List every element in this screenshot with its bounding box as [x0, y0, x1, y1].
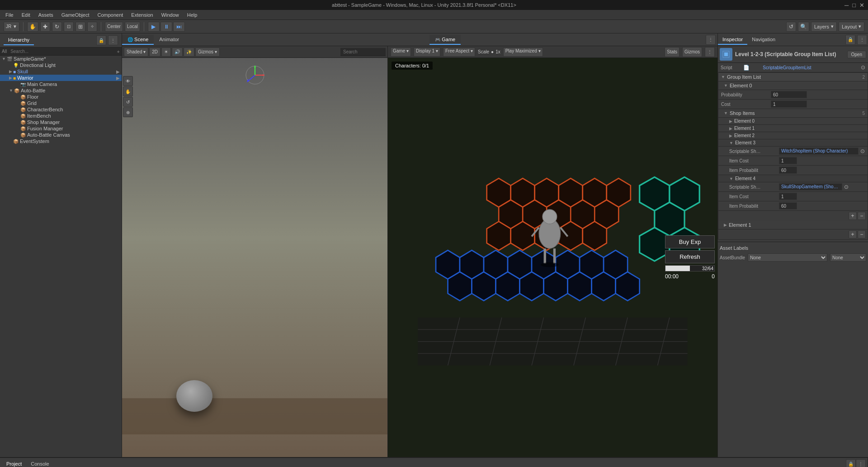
hierarchy-item-floor[interactable]: ▶ 📦 Floor [0, 94, 122, 100]
menu-help[interactable]: Help [184, 11, 201, 19]
cost-input[interactable] [771, 100, 807, 108]
minimize-btn[interactable]: ─ [844, 2, 849, 9]
hierarchy-item-fusionmanager[interactable]: ▶ 📦 Fusion Manager [0, 125, 122, 132]
group-item-add-btn[interactable]: + [849, 230, 857, 238]
asset-bundle-select[interactable]: None [748, 253, 827, 262]
hierarchy-search[interactable] [9, 48, 115, 54]
close-btn[interactable]: ✕ [859, 2, 864, 9]
hierarchy-item-grid[interactable]: ▶ 📦 Grid [0, 100, 122, 106]
search-btn[interactable]: 🔍 [798, 22, 809, 32]
hierarchy-item-maincamera[interactable]: ▶ 📷 Main Camera [0, 81, 122, 87]
hierarchy-item-eventsystem[interactable]: ▶ 📦 EventSystem [0, 138, 122, 144]
scene-zoom-btn[interactable]: ⊕ [123, 107, 133, 117]
rect-tool-btn[interactable]: ⊞ [75, 22, 85, 32]
menu-file[interactable]: File [2, 11, 17, 19]
game-display-num[interactable]: Display 1 ▾ [414, 48, 440, 57]
scene-move-btn[interactable]: ✋ [123, 86, 133, 96]
tab-navigation[interactable]: Navigation [747, 35, 780, 45]
pause-btn[interactable]: ⏸ [160, 22, 172, 32]
tab-inspector[interactable]: Inspector [718, 35, 747, 45]
shop-items-add-btn[interactable]: + [849, 212, 857, 220]
layers-dropdown[interactable]: Layers ▾ [811, 22, 837, 32]
elem3-cost-input[interactable] [779, 157, 797, 164]
hierarchy-item-warrior[interactable]: ▶ ■ Warrior ▶ [0, 75, 122, 81]
menu-gameobject[interactable]: GameObject [58, 11, 93, 19]
inspector-lock[interactable]: 🔒 [845, 35, 855, 45]
buy-exp-btn[interactable]: Buy Exp [665, 235, 715, 248]
refresh-btn[interactable]: Refresh [665, 250, 715, 263]
script-target-btn[interactable]: ⊙ [861, 64, 865, 71]
project-more[interactable]: ⋮ [856, 459, 866, 467]
tab-console[interactable]: Console [26, 459, 53, 467]
elem3-prob-input[interactable] [779, 167, 797, 174]
scale-tool-btn[interactable]: ⊡ [64, 22, 74, 32]
tab-project[interactable]: Project [2, 459, 26, 467]
project-lock[interactable]: 🔒 [846, 459, 856, 467]
game-display-select[interactable]: Game ▾ [391, 48, 411, 57]
tab-scene[interactable]: 🌐 Scene [122, 35, 154, 45]
hierarchy-item-directionallight[interactable]: ▶ 💡 Directional Light [0, 62, 122, 68]
game-playmode-select[interactable]: Play Maximized ▾ [503, 48, 543, 57]
rotate-tool-btn[interactable]: ↻ [52, 22, 62, 32]
hierarchy-lock[interactable]: 🔒 [96, 35, 106, 45]
element1-header[interactable]: ▶ Element 1 [718, 221, 868, 229]
scene-2d-btn[interactable]: 2D [149, 48, 160, 57]
menu-extension[interactable]: Extension [127, 11, 156, 19]
play-btn[interactable]: ▶ [148, 22, 160, 32]
scene-fx-btn[interactable]: ✨ [184, 48, 194, 57]
warrior-lock[interactable]: ▶ [116, 76, 120, 81]
scene-gizmos-btn[interactable]: Gizmos ▾ [195, 48, 220, 57]
shop-items-remove-btn[interactable]: − [858, 212, 866, 220]
group-item-remove-btn[interactable]: − [858, 230, 866, 238]
element0-header[interactable]: ▼ Element 0 [718, 81, 868, 90]
scene-audio-btn[interactable]: 🔊 [172, 48, 183, 57]
menu-assets[interactable]: Assets [35, 11, 57, 19]
sub-element-0[interactable]: ▶ Element 0 [718, 118, 868, 125]
hierarchy-item-shopmanager[interactable]: ▶ 📦 Shop Manager [0, 119, 122, 125]
hierarchy-item-autobattle[interactable]: ▼ 📦 Auto-Battle [0, 87, 122, 94]
inspector-more[interactable]: ⋮ [857, 35, 867, 45]
hierarchy-item-itembench[interactable]: ▶ 📦 ItemBench [0, 113, 122, 119]
inspector-open-btn[interactable]: Open [847, 51, 866, 58]
center-more-btn[interactable]: ⋮ [706, 35, 716, 45]
hierarchy-item-charbench[interactable]: ▶ 📦 CharacterBench [0, 106, 122, 113]
sub-element-1[interactable]: ▶ Element 1 [718, 125, 868, 132]
shop-items-header[interactable]: ▼ Shop Items 5 [718, 109, 868, 118]
menu-edit[interactable]: Edit [18, 11, 34, 19]
hierarchy-item-samplegame[interactable]: ▼ 🎬 SampleGame* [0, 56, 122, 62]
elem3-target-btn[interactable]: ⊙ [860, 148, 865, 154]
restore-btn[interactable]: □ [852, 2, 856, 9]
sub-element-2[interactable]: ▶ Element 2 [718, 132, 868, 139]
transform-tool-btn[interactable]: ✧ [87, 22, 97, 32]
step-btn[interactable]: ⏭ [173, 22, 185, 32]
probability-input[interactable] [771, 91, 807, 98]
game-more-btn[interactable]: ⋮ [705, 47, 715, 57]
asset-variant-select[interactable]: None [830, 253, 866, 262]
local-btn[interactable]: Local [125, 22, 140, 32]
game-gizmos-btn[interactable]: Gizmos [682, 47, 702, 57]
elem4-cost-input[interactable] [779, 193, 797, 200]
sub-element-3[interactable]: ▼ Element 3 [718, 139, 868, 147]
scene-orbit-btn[interactable]: ↺ [123, 97, 133, 107]
tab-hierarchy[interactable]: Hierarchy [4, 35, 34, 45]
scene-view-btn[interactable]: 👁 [123, 76, 133, 86]
game-aspect-select[interactable]: Free Aspect ▾ [443, 48, 475, 57]
scene-search[interactable] [340, 48, 386, 56]
group-item-list-header[interactable]: ▼ Group Item List 2 [718, 73, 868, 81]
gizmo-widget[interactable] [241, 62, 269, 90]
elem4-target-btn[interactable]: ⊙ [844, 184, 849, 190]
scene-lighting-btn[interactable]: ☀ [161, 48, 171, 57]
pivot-btn[interactable]: Center [105, 22, 123, 32]
hierarchy-more[interactable]: ⋮ [108, 35, 118, 45]
hand-tool-btn[interactable]: ✋ [27, 22, 38, 32]
scene-shading-btn[interactable]: Shaded ▾ [124, 48, 148, 57]
skull-lock[interactable]: ▶ [116, 69, 120, 74]
layout-dropdown[interactable]: Layout ▾ [839, 22, 864, 32]
move-tool-btn[interactable]: ✚ [40, 22, 50, 32]
sub-element-4[interactable]: ▼ Element 4 [718, 175, 868, 182]
hierarchy-item-skull[interactable]: ▶ ■ Skull ▶ [0, 68, 122, 75]
tab-animator[interactable]: Animator [154, 35, 184, 45]
cloud-btn[interactable]: ↺ [786, 22, 796, 32]
hierarchy-item-canvas[interactable]: ▶ 📦 Auto-Battle Canvas [0, 132, 122, 138]
game-stats-btn[interactable]: Stats [665, 47, 679, 57]
